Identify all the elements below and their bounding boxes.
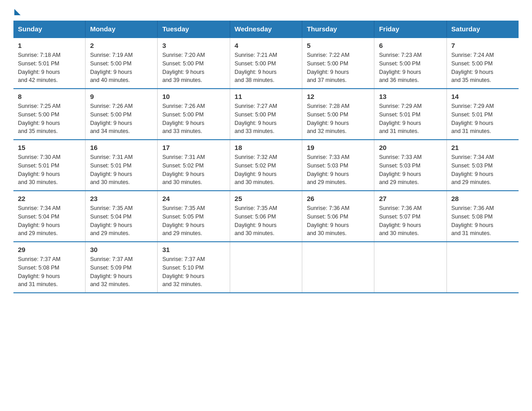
logo (13, 9, 21, 13)
column-header-wednesday: Wednesday (230, 21, 302, 38)
day-number: 16 (90, 144, 153, 151)
calendar-cell (230, 242, 302, 293)
day-number: 19 (307, 144, 369, 151)
day-info: Sunrise: 7:35 AM Sunset: 5:04 PM Dayligh… (90, 204, 153, 238)
calendar-cell: 6 Sunrise: 7:23 AM Sunset: 5:00 PM Dayli… (374, 38, 446, 89)
day-number: 25 (235, 195, 297, 202)
calendar-cell (302, 242, 374, 293)
calendar-cell: 15 Sunrise: 7:30 AM Sunset: 5:01 PM Dayl… (13, 140, 86, 191)
day-info: Sunrise: 7:20 AM Sunset: 5:00 PM Dayligh… (162, 51, 225, 85)
day-info: Sunrise: 7:34 AM Sunset: 5:03 PM Dayligh… (451, 153, 514, 187)
day-number: 2 (90, 42, 153, 49)
calendar-cell: 18 Sunrise: 7:32 AM Sunset: 5:02 PM Dayl… (230, 140, 302, 191)
day-number: 9 (90, 93, 153, 100)
calendar-cell: 7 Sunrise: 7:24 AM Sunset: 5:00 PM Dayli… (446, 38, 519, 89)
week-row-5: 29 Sunrise: 7:37 AM Sunset: 5:08 PM Dayl… (13, 242, 519, 293)
week-row-3: 15 Sunrise: 7:30 AM Sunset: 5:01 PM Dayl… (13, 140, 519, 191)
calendar-cell: 23 Sunrise: 7:35 AM Sunset: 5:04 PM Dayl… (86, 191, 158, 242)
column-header-thursday: Thursday (302, 21, 374, 38)
day-info: Sunrise: 7:35 AM Sunset: 5:06 PM Dayligh… (235, 204, 297, 238)
day-number: 1 (18, 42, 81, 49)
calendar-cell: 28 Sunrise: 7:36 AM Sunset: 5:08 PM Dayl… (446, 191, 519, 242)
calendar-cell: 12 Sunrise: 7:28 AM Sunset: 5:00 PM Dayl… (302, 89, 374, 140)
day-info: Sunrise: 7:33 AM Sunset: 5:03 PM Dayligh… (307, 153, 369, 187)
column-header-saturday: Saturday (446, 21, 519, 38)
column-header-friday: Friday (374, 21, 446, 38)
day-number: 26 (307, 195, 369, 202)
day-info: Sunrise: 7:21 AM Sunset: 5:00 PM Dayligh… (235, 51, 297, 85)
calendar-cell: 14 Sunrise: 7:29 AM Sunset: 5:01 PM Dayl… (446, 89, 519, 140)
calendar-cell: 24 Sunrise: 7:35 AM Sunset: 5:05 PM Dayl… (158, 191, 230, 242)
day-number: 10 (162, 93, 225, 100)
header-row: SundayMondayTuesdayWednesdayThursdayFrid… (13, 21, 519, 38)
calendar-cell: 29 Sunrise: 7:37 AM Sunset: 5:08 PM Dayl… (13, 242, 86, 293)
day-number: 14 (451, 93, 514, 100)
calendar-cell: 27 Sunrise: 7:36 AM Sunset: 5:07 PM Dayl… (374, 191, 446, 242)
calendar-table: SundayMondayTuesdayWednesdayThursdayFrid… (13, 21, 519, 293)
day-info: Sunrise: 7:36 AM Sunset: 5:06 PM Dayligh… (307, 204, 369, 238)
calendar-cell: 2 Sunrise: 7:19 AM Sunset: 5:00 PM Dayli… (86, 38, 158, 89)
calendar-cell (446, 242, 519, 293)
day-number: 22 (18, 195, 81, 202)
day-info: Sunrise: 7:25 AM Sunset: 5:00 PM Dayligh… (18, 102, 81, 136)
calendar-cell: 11 Sunrise: 7:27 AM Sunset: 5:00 PM Dayl… (230, 89, 302, 140)
week-row-1: 1 Sunrise: 7:18 AM Sunset: 5:01 PM Dayli… (13, 38, 519, 89)
day-number: 18 (235, 144, 297, 151)
day-number: 12 (307, 93, 369, 100)
day-info: Sunrise: 7:27 AM Sunset: 5:00 PM Dayligh… (235, 102, 297, 136)
week-row-4: 22 Sunrise: 7:34 AM Sunset: 5:04 PM Dayl… (13, 191, 519, 242)
logo-triangle-icon (14, 9, 21, 15)
day-number: 8 (18, 93, 81, 100)
calendar-cell: 5 Sunrise: 7:22 AM Sunset: 5:00 PM Dayli… (302, 38, 374, 89)
calendar-cell: 26 Sunrise: 7:36 AM Sunset: 5:06 PM Dayl… (302, 191, 374, 242)
day-info: Sunrise: 7:24 AM Sunset: 5:00 PM Dayligh… (451, 51, 514, 85)
day-number: 31 (162, 246, 225, 253)
day-number: 11 (235, 93, 297, 100)
day-info: Sunrise: 7:36 AM Sunset: 5:08 PM Dayligh… (451, 204, 514, 238)
day-info: Sunrise: 7:35 AM Sunset: 5:05 PM Dayligh… (162, 204, 225, 238)
day-number: 24 (162, 195, 225, 202)
calendar-cell: 22 Sunrise: 7:34 AM Sunset: 5:04 PM Dayl… (13, 191, 86, 242)
calendar-cell: 19 Sunrise: 7:33 AM Sunset: 5:03 PM Dayl… (302, 140, 374, 191)
day-info: Sunrise: 7:37 AM Sunset: 5:10 PM Dayligh… (162, 255, 225, 289)
column-header-monday: Monday (86, 21, 158, 38)
calendar-cell: 4 Sunrise: 7:21 AM Sunset: 5:00 PM Dayli… (230, 38, 302, 89)
calendar-cell: 13 Sunrise: 7:29 AM Sunset: 5:01 PM Dayl… (374, 89, 446, 140)
day-info: Sunrise: 7:18 AM Sunset: 5:01 PM Dayligh… (18, 51, 81, 85)
calendar-cell: 8 Sunrise: 7:25 AM Sunset: 5:00 PM Dayli… (13, 89, 86, 140)
day-number: 15 (18, 144, 81, 151)
header (13, 9, 519, 13)
calendar-cell: 30 Sunrise: 7:37 AM Sunset: 5:09 PM Dayl… (86, 242, 158, 293)
day-number: 3 (162, 42, 225, 49)
day-number: 30 (90, 246, 153, 253)
calendar-cell: 25 Sunrise: 7:35 AM Sunset: 5:06 PM Dayl… (230, 191, 302, 242)
day-info: Sunrise: 7:26 AM Sunset: 5:00 PM Dayligh… (90, 102, 153, 136)
day-number: 20 (379, 144, 442, 151)
calendar-cell: 9 Sunrise: 7:26 AM Sunset: 5:00 PM Dayli… (86, 89, 158, 140)
day-info: Sunrise: 7:26 AM Sunset: 5:00 PM Dayligh… (162, 102, 225, 136)
day-info: Sunrise: 7:32 AM Sunset: 5:02 PM Dayligh… (235, 153, 297, 187)
calendar-cell: 1 Sunrise: 7:18 AM Sunset: 5:01 PM Dayli… (13, 38, 86, 89)
day-number: 6 (379, 42, 442, 49)
day-info: Sunrise: 7:37 AM Sunset: 5:08 PM Dayligh… (18, 255, 81, 289)
day-number: 27 (379, 195, 442, 202)
calendar-cell: 10 Sunrise: 7:26 AM Sunset: 5:00 PM Dayl… (158, 89, 230, 140)
day-info: Sunrise: 7:33 AM Sunset: 5:03 PM Dayligh… (379, 153, 442, 187)
day-number: 28 (451, 195, 514, 202)
day-info: Sunrise: 7:36 AM Sunset: 5:07 PM Dayligh… (379, 204, 442, 238)
calendar-cell: 3 Sunrise: 7:20 AM Sunset: 5:00 PM Dayli… (158, 38, 230, 89)
day-info: Sunrise: 7:31 AM Sunset: 5:02 PM Dayligh… (162, 153, 225, 187)
day-number: 5 (307, 42, 369, 49)
day-info: Sunrise: 7:37 AM Sunset: 5:09 PM Dayligh… (90, 255, 153, 289)
day-info: Sunrise: 7:29 AM Sunset: 5:01 PM Dayligh… (451, 102, 514, 136)
day-info: Sunrise: 7:19 AM Sunset: 5:00 PM Dayligh… (90, 51, 153, 85)
day-number: 17 (162, 144, 225, 151)
calendar-cell: 21 Sunrise: 7:34 AM Sunset: 5:03 PM Dayl… (446, 140, 519, 191)
day-info: Sunrise: 7:31 AM Sunset: 5:01 PM Dayligh… (90, 153, 153, 187)
column-header-tuesday: Tuesday (158, 21, 230, 38)
day-info: Sunrise: 7:30 AM Sunset: 5:01 PM Dayligh… (18, 153, 81, 187)
day-info: Sunrise: 7:28 AM Sunset: 5:00 PM Dayligh… (307, 102, 369, 136)
day-info: Sunrise: 7:34 AM Sunset: 5:04 PM Dayligh… (18, 204, 81, 238)
day-number: 21 (451, 144, 514, 151)
day-info: Sunrise: 7:22 AM Sunset: 5:00 PM Dayligh… (307, 51, 369, 85)
